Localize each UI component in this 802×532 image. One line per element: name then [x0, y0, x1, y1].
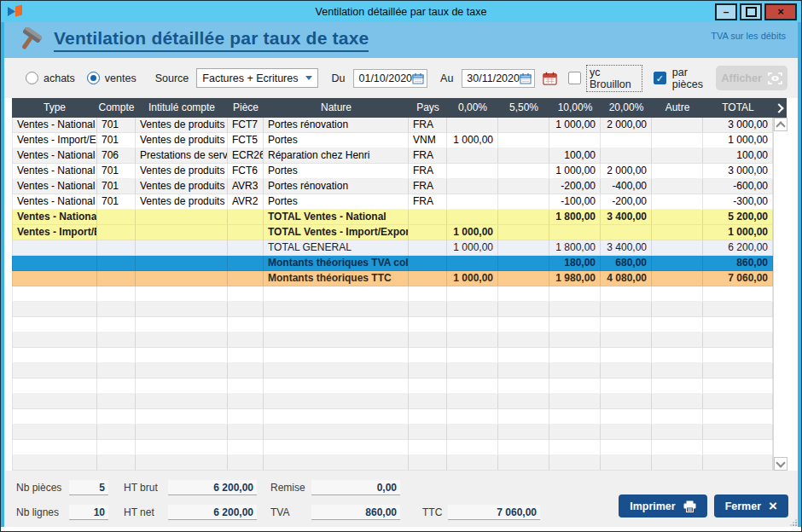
calendar-icon[interactable] [412, 72, 424, 84]
afficher-button[interactable]: Afficher [716, 66, 787, 90]
calendar-icon[interactable] [520, 72, 532, 84]
cell [498, 256, 549, 271]
column-header-20-00-[interactable]: 20,00% [601, 98, 652, 118]
column-header-nature[interactable]: Nature [264, 98, 409, 118]
cell [228, 440, 264, 455]
column-header-intitul-compte[interactable]: Intitulé compte [136, 98, 228, 118]
table-row[interactable]: Ventes - Import/Export701Ventes de produ… [12, 133, 773, 148]
achats-radio-label[interactable]: achats [44, 72, 75, 84]
titlebar[interactable]: Ventilation détaillée par taux de taxe –… [1, 1, 801, 22]
cell [447, 164, 498, 179]
cell [409, 271, 447, 286]
cell [549, 394, 601, 409]
cell [228, 271, 264, 286]
cell [652, 271, 703, 286]
cell [652, 348, 703, 363]
column-header-0-00-[interactable]: 0,00% [447, 98, 498, 118]
scroll-up-button[interactable] [774, 118, 787, 131]
minimize-button[interactable]: – [715, 3, 737, 20]
close-window-button[interactable]: × [764, 3, 797, 20]
cell: Ventes - National [12, 194, 97, 210]
source-select[interactable]: Factures + Ecritures [196, 68, 317, 88]
par-pieces-checkbox-label[interactable]: par pièces [672, 66, 717, 90]
table-row[interactable]: Montants théoriques TTC1 000,001 980,004… [12, 271, 773, 286]
window-body: Ventilation détaillée par taux de taxe T… [1, 22, 801, 527]
cell [136, 256, 228, 271]
cell: 1 800,00 [549, 240, 601, 256]
cell [498, 271, 549, 286]
cell [228, 286, 264, 302]
table-row[interactable]: Montants théoriques TVA collectée180,006… [12, 256, 773, 271]
column-header-autre[interactable]: Autre [652, 98, 703, 118]
cell [264, 394, 409, 409]
cell [601, 363, 652, 379]
close-icon: × [777, 5, 784, 18]
cell [498, 164, 549, 179]
table-row[interactable]: Ventes - National701Ventes de produits f… [12, 118, 773, 133]
date-from-value[interactable]: 01/10/2020 [358, 72, 412, 84]
column-header-total[interactable]: TOTAL [703, 98, 773, 118]
cell [97, 394, 136, 409]
table-row[interactable]: Ventes - National701Ventes de produits f… [12, 179, 773, 194]
cell [447, 440, 498, 455]
cell [228, 394, 264, 409]
table-row[interactable]: Ventes - National706Prestations de servi… [12, 148, 773, 164]
table-row[interactable]: Ventes - Import/ExportTOTAL Ventes - Imp… [12, 225, 773, 240]
cell: Montants théoriques TVA collectée [264, 256, 409, 271]
column-header-pi-ce[interactable]: Pièce [228, 98, 264, 118]
cell [498, 148, 549, 164]
table-row[interactable]: Ventes - National701Ventes de produits f… [12, 194, 773, 210]
column-header-5-50-[interactable]: 5,50% [498, 98, 549, 118]
cell [703, 425, 773, 440]
column-header-pays[interactable]: Pays [409, 98, 447, 118]
column-header-type[interactable]: Type [12, 98, 97, 118]
cell [447, 179, 498, 194]
brouillon-checkbox-label[interactable]: yc Brouillon [586, 65, 642, 92]
date-from-input[interactable]: 01/10/2020 [353, 69, 427, 88]
ventes-radio-circle[interactable] [87, 72, 100, 84]
table-row[interactable]: TOTAL GENERAL1 000,001 800,003 400,006 2… [12, 240, 773, 256]
cell [652, 363, 703, 379]
cell: 1 000,00 [447, 225, 498, 240]
fermer-button[interactable]: Fermer × [714, 494, 788, 518]
table-row[interactable]: Ventes - National701Ventes de produits f… [12, 164, 773, 179]
cell [498, 286, 549, 302]
achats-radio-circle[interactable] [26, 72, 38, 84]
maximize-button[interactable] [740, 3, 762, 20]
vertical-scrollbar[interactable] [773, 118, 787, 471]
cell [447, 455, 498, 471]
cell [498, 210, 549, 225]
par-pieces-checkbox[interactable]: ✓ [654, 72, 666, 84]
cell [549, 225, 601, 240]
scroll-right-button[interactable] [773, 98, 787, 118]
column-header-compte[interactable]: Compte [97, 98, 136, 118]
cell [97, 455, 136, 471]
brouillon-checkbox[interactable] [568, 72, 581, 84]
period-calendar-icon[interactable] [543, 71, 557, 86]
cell [97, 440, 136, 455]
achats-radio[interactable]: achats [26, 72, 75, 84]
cell: 1 980,00 [549, 271, 601, 286]
table-row[interactable]: Ventes - NationalTOTAL Ventes - National… [12, 210, 773, 225]
cell [498, 317, 549, 332]
cell [136, 317, 228, 332]
cell [447, 425, 498, 440]
cell [703, 332, 773, 348]
eye-icon [768, 72, 782, 84]
resize-grip[interactable] [790, 519, 797, 526]
cell: 180,00 [549, 256, 601, 271]
column-header-10-00-[interactable]: 10,00% [549, 98, 601, 118]
cell: 701 [97, 133, 136, 148]
imprimer-button-label: Imprimer [630, 500, 676, 512]
cell [652, 286, 703, 302]
cell [447, 409, 498, 425]
chevron-down-icon [305, 76, 312, 80]
date-to-value[interactable]: 30/11/2020 [467, 72, 520, 84]
scroll-down-button[interactable] [774, 457, 787, 471]
chevron-down-icon [776, 458, 785, 467]
imprimer-button[interactable]: Imprimer [619, 494, 707, 518]
date-to-input[interactable]: 30/11/2020 [462, 69, 535, 88]
ventes-radio-label[interactable]: ventes [105, 72, 137, 84]
cell [652, 440, 703, 455]
ventes-radio[interactable]: ventes [87, 72, 137, 84]
